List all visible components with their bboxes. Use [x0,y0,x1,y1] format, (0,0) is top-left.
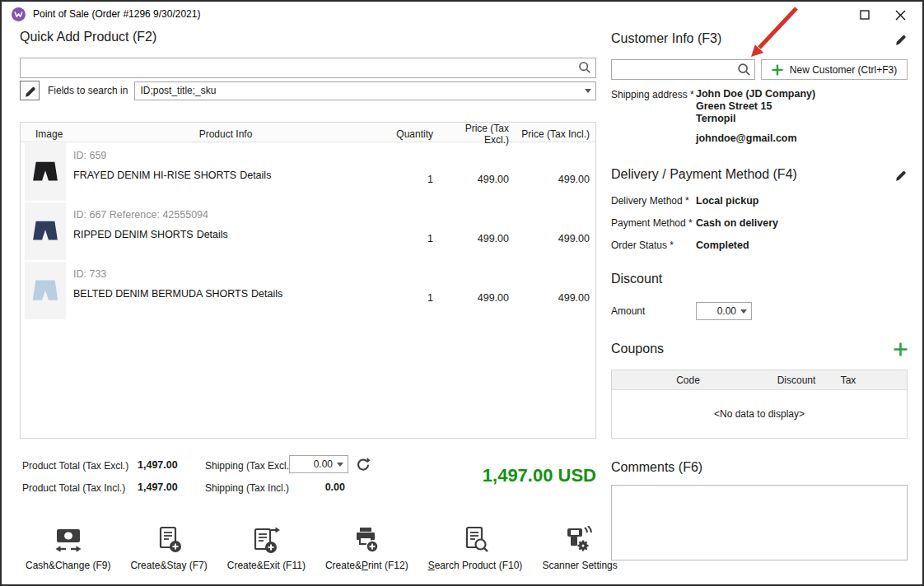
create-exit-icon [251,526,281,554]
close-button[interactable] [888,7,912,22]
fields-to-search-dropdown[interactable]: ID;post_title;_sku [134,81,596,100]
product-details-link[interactable]: Details [240,170,271,181]
column-header-product-info: Product Info [72,128,380,140]
customer-info-title: Customer Info (F3) [611,31,721,46]
shipping-address-value: John Doe (JD Company) Green Street 15 Te… [696,88,815,125]
product-price-excl[interactable]: 499.00 [439,142,515,202]
order-status-value: Completed [696,240,749,252]
column-header-image: Image [21,128,72,140]
coupons-empty-message: <No data to display> [612,390,907,438]
chevron-down-icon [337,463,343,467]
payment-method-value: Cash on delivery [696,217,778,230]
product-id: ID: 733 [73,268,380,280]
product-total-incl-label: Product Total (Tax Incl.) [22,482,125,494]
delivery-method-row: Delivery Method * Local pickup [611,195,908,207]
shipping-incl-label: Shipping (Tax Incl.) [205,482,289,494]
product-name: BELTED DENIM BERMUDA SHORTS [73,288,248,300]
delivery-method-label: Delivery Method * [611,195,696,207]
delivery-method-value: Local pickup [696,195,758,207]
product-quantity[interactable]: 1 [380,142,439,202]
shipping-address-block: Shipping address * John Doe (JD Company)… [611,88,908,144]
delivery-payment-title: Delivery / Payment Method (F4) [611,167,797,182]
edit-delivery-button[interactable] [894,168,908,182]
product-search-input[interactable] [20,58,596,78]
product-id: ID: 659 [73,150,380,161]
coupons-header: Code Discount Tax [612,370,907,390]
coupons-title: Coupons [611,342,664,356]
product-details-link[interactable]: Details [197,229,228,240]
product-total-excl-label: Product Total (Tax Excl.) [22,460,128,472]
plus-icon [772,64,783,76]
product-quantity[interactable]: 1 [380,261,439,320]
chevron-down-icon [740,309,747,314]
cash-change-icon [54,526,83,554]
table-row[interactable]: ID: 667 Reference: 42555094 RIPPED DENIM… [21,202,595,261]
new-customer-label: New Customer (Ctrl+F3) [790,64,897,76]
table-row[interactable]: ID: 733 BELTED DENIM BERMUDA SHORTSDetai… [21,261,595,320]
coupons-column-discount: Discount [764,374,828,386]
shorts-image [30,220,60,243]
discount-amount-combobox[interactable]: 0.00 [696,302,752,320]
scanner-settings-icon [564,526,595,554]
product-thumbnail [25,143,66,201]
coupons-column-code: Code [612,374,764,386]
payment-method-row: Payment Method * Cash on delivery [611,217,908,230]
edit-customer-button[interactable] [894,32,908,46]
pencil-icon [23,84,37,98]
window-title: Point of Sale (Order #1296 9/30/2021) [33,8,200,20]
order-details-panel: Customer Info (F3) New Customer (Ctrl+F3… [611,30,908,563]
discount-amount-label: Amount [611,305,696,317]
quick-add-panel: Quick Add Product (F2) Fields to search … [20,30,596,573]
product-price-incl[interactable]: 499.00 [515,261,595,320]
edit-search-fields-button[interactable] [20,81,40,100]
comments-textarea[interactable] [611,485,908,560]
search-product-button[interactable]: Search Product (F10) [424,524,527,573]
new-customer-button[interactable]: New Customer (Ctrl+F3) [761,59,908,80]
customer-email: johndoe@gmail.com [696,133,815,144]
product-name: FRAYED DENIM HI-RISE SHORTS [73,170,236,181]
product-price-excl[interactable]: 499.00 [439,261,515,320]
shipping-excl-combobox[interactable]: 0.00 [289,455,348,473]
table-row[interactable]: ID: 659 FRAYED DENIM HI-RISE SHORTSDetai… [21,142,595,202]
grand-total: 1,497.00 USD [399,465,596,486]
order-items-header: Image Product Info Quantity Price (Tax E… [21,123,595,142]
shorts-image [30,278,60,303]
order-items-table: Image Product Info Quantity Price (Tax E… [20,122,596,439]
product-quantity[interactable]: 1 [380,202,439,261]
search-icon [737,63,751,77]
cash-change-button[interactable]: Cash&Change (F9) [21,524,114,573]
create-stay-button[interactable]: Create&Stay (F7) [126,524,211,573]
refresh-shipping-button[interactable] [353,455,371,473]
search-product-icon [461,526,489,554]
add-coupon-button[interactable] [894,342,908,356]
quick-add-title: Quick Add Product (F2) [20,30,596,44]
fields-to-search-label: Fields to search in [48,85,128,96]
shipping-excl-label: Shipping (Tax Excl.) [205,460,292,472]
column-header-price-incl: Price (Tax Incl.) [515,128,595,140]
pos-window: Point of Sale (Order #1296 9/30/2021) Qu… [0,0,924,586]
order-status-label: Order Status * [611,240,696,252]
discount-title: Discount [611,272,908,290]
close-icon [895,10,906,21]
create-exit-button[interactable]: Create&Exit (F11) [223,524,310,573]
app-logo-icon [12,7,26,21]
shipping-address-label: Shipping address * [611,88,696,144]
product-price-incl[interactable]: 499.00 [515,202,595,261]
create-print-button[interactable]: Create&Print (F12) [321,524,413,573]
product-total-incl-value: 1,497.00 [138,481,178,493]
coupons-column-tax: Tax [828,374,868,386]
product-details-link[interactable]: Details [251,288,282,300]
maximize-button[interactable] [852,7,877,22]
customer-search-input[interactable] [611,59,755,80]
product-price-incl[interactable]: 499.00 [515,142,595,202]
discount-amount-value: 0.00 [717,305,736,317]
product-price-excl[interactable]: 499.00 [439,202,515,261]
action-toolbar: Cash&Change (F9) Create&Stay (F7) [20,524,596,573]
maximize-icon [860,10,870,20]
product-total-excl-value: 1,497.00 [138,459,178,471]
create-stay-icon [155,526,183,554]
payment-method-label: Payment Method * [611,217,696,230]
scanner-settings-button[interactable]: Scanner Settings [538,524,621,573]
titlebar[interactable]: Point of Sale (Order #1296 9/30/2021) [2,2,922,26]
refresh-icon [355,457,371,472]
